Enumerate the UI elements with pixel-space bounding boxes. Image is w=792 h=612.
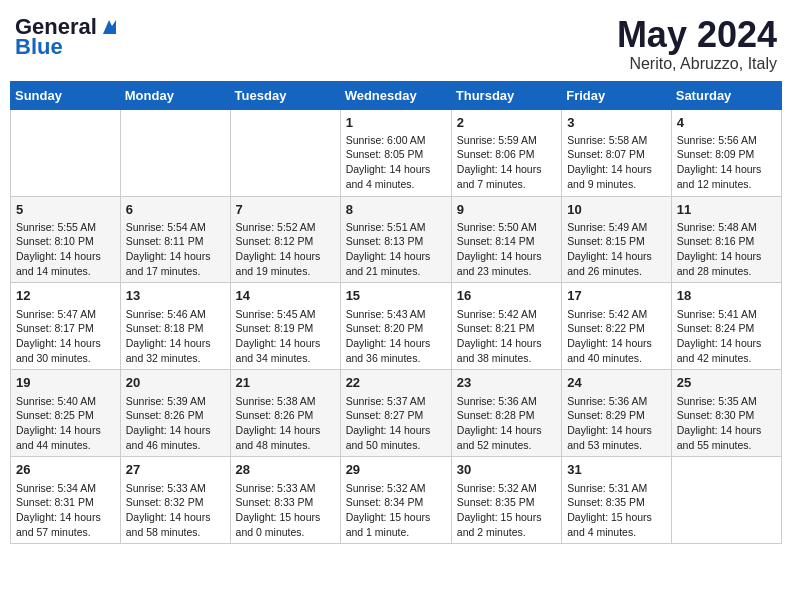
calendar-cell: 1Sunrise: 6:00 AM Sunset: 8:05 PM Daylig… — [340, 109, 451, 196]
day-header-friday: Friday — [562, 81, 672, 109]
svg-marker-0 — [103, 20, 116, 34]
calendar-cell — [120, 109, 230, 196]
calendar-cell: 2Sunrise: 5:59 AM Sunset: 8:06 PM Daylig… — [451, 109, 561, 196]
calendar-cell: 22Sunrise: 5:37 AM Sunset: 8:27 PM Dayli… — [340, 370, 451, 457]
week-row-5: 26Sunrise: 5:34 AM Sunset: 8:31 PM Dayli… — [11, 457, 782, 544]
cell-content: Sunrise: 5:36 AM Sunset: 8:29 PM Dayligh… — [567, 394, 666, 453]
cell-content: Sunrise: 5:47 AM Sunset: 8:17 PM Dayligh… — [16, 307, 115, 366]
days-header-row: SundayMondayTuesdayWednesdayThursdayFrid… — [11, 81, 782, 109]
day-number: 5 — [16, 201, 115, 219]
calendar-cell: 6Sunrise: 5:54 AM Sunset: 8:11 PM Daylig… — [120, 196, 230, 283]
day-header-thursday: Thursday — [451, 81, 561, 109]
cell-content: Sunrise: 5:58 AM Sunset: 8:07 PM Dayligh… — [567, 133, 666, 192]
day-header-sunday: Sunday — [11, 81, 121, 109]
week-row-2: 5Sunrise: 5:55 AM Sunset: 8:10 PM Daylig… — [11, 196, 782, 283]
cell-content: Sunrise: 5:41 AM Sunset: 8:24 PM Dayligh… — [677, 307, 776, 366]
day-number: 15 — [346, 287, 446, 305]
cell-content: Sunrise: 5:55 AM Sunset: 8:10 PM Dayligh… — [16, 220, 115, 279]
calendar-cell: 20Sunrise: 5:39 AM Sunset: 8:26 PM Dayli… — [120, 370, 230, 457]
calendar-cell: 18Sunrise: 5:41 AM Sunset: 8:24 PM Dayli… — [671, 283, 781, 370]
cell-content: Sunrise: 5:56 AM Sunset: 8:09 PM Dayligh… — [677, 133, 776, 192]
calendar-cell: 25Sunrise: 5:35 AM Sunset: 8:30 PM Dayli… — [671, 370, 781, 457]
day-number: 24 — [567, 374, 666, 392]
calendar-cell: 30Sunrise: 5:32 AM Sunset: 8:35 PM Dayli… — [451, 457, 561, 544]
calendar-cell: 17Sunrise: 5:42 AM Sunset: 8:22 PM Dayli… — [562, 283, 672, 370]
cell-content: Sunrise: 5:48 AM Sunset: 8:16 PM Dayligh… — [677, 220, 776, 279]
cell-content: Sunrise: 5:42 AM Sunset: 8:22 PM Dayligh… — [567, 307, 666, 366]
calendar-cell: 28Sunrise: 5:33 AM Sunset: 8:33 PM Dayli… — [230, 457, 340, 544]
day-number: 12 — [16, 287, 115, 305]
day-number: 30 — [457, 461, 556, 479]
cell-content: Sunrise: 5:43 AM Sunset: 8:20 PM Dayligh… — [346, 307, 446, 366]
day-header-wednesday: Wednesday — [340, 81, 451, 109]
calendar-cell: 29Sunrise: 5:32 AM Sunset: 8:34 PM Dayli… — [340, 457, 451, 544]
cell-content: Sunrise: 5:35 AM Sunset: 8:30 PM Dayligh… — [677, 394, 776, 453]
cell-content: Sunrise: 5:33 AM Sunset: 8:33 PM Dayligh… — [236, 481, 335, 540]
day-number: 2 — [457, 114, 556, 132]
calendar-cell: 13Sunrise: 5:46 AM Sunset: 8:18 PM Dayli… — [120, 283, 230, 370]
title-area: May 2024 Nerito, Abruzzo, Italy — [617, 15, 777, 73]
day-number: 6 — [126, 201, 225, 219]
cell-content: Sunrise: 5:33 AM Sunset: 8:32 PM Dayligh… — [126, 481, 225, 540]
cell-content: Sunrise: 5:32 AM Sunset: 8:34 PM Dayligh… — [346, 481, 446, 540]
cell-content: Sunrise: 6:00 AM Sunset: 8:05 PM Dayligh… — [346, 133, 446, 192]
calendar-cell: 12Sunrise: 5:47 AM Sunset: 8:17 PM Dayli… — [11, 283, 121, 370]
calendar-cell: 16Sunrise: 5:42 AM Sunset: 8:21 PM Dayli… — [451, 283, 561, 370]
day-number: 23 — [457, 374, 556, 392]
day-number: 20 — [126, 374, 225, 392]
calendar-cell: 27Sunrise: 5:33 AM Sunset: 8:32 PM Dayli… — [120, 457, 230, 544]
calendar-table: SundayMondayTuesdayWednesdayThursdayFrid… — [10, 81, 782, 545]
calendar-cell: 8Sunrise: 5:51 AM Sunset: 8:13 PM Daylig… — [340, 196, 451, 283]
day-number: 16 — [457, 287, 556, 305]
calendar-cell: 21Sunrise: 5:38 AM Sunset: 8:26 PM Dayli… — [230, 370, 340, 457]
calendar-cell: 5Sunrise: 5:55 AM Sunset: 8:10 PM Daylig… — [11, 196, 121, 283]
day-number: 17 — [567, 287, 666, 305]
cell-content: Sunrise: 5:51 AM Sunset: 8:13 PM Dayligh… — [346, 220, 446, 279]
day-number: 13 — [126, 287, 225, 305]
cell-content: Sunrise: 5:32 AM Sunset: 8:35 PM Dayligh… — [457, 481, 556, 540]
calendar-cell: 4Sunrise: 5:56 AM Sunset: 8:09 PM Daylig… — [671, 109, 781, 196]
page-header: General Blue May 2024 Nerito, Abruzzo, I… — [10, 10, 782, 73]
day-number: 26 — [16, 461, 115, 479]
logo-blue: Blue — [15, 35, 63, 59]
cell-content: Sunrise: 5:31 AM Sunset: 8:35 PM Dayligh… — [567, 481, 666, 540]
cell-content: Sunrise: 5:46 AM Sunset: 8:18 PM Dayligh… — [126, 307, 225, 366]
week-row-4: 19Sunrise: 5:40 AM Sunset: 8:25 PM Dayli… — [11, 370, 782, 457]
day-number: 1 — [346, 114, 446, 132]
cell-content: Sunrise: 5:49 AM Sunset: 8:15 PM Dayligh… — [567, 220, 666, 279]
week-row-1: 1Sunrise: 6:00 AM Sunset: 8:05 PM Daylig… — [11, 109, 782, 196]
calendar-cell: 24Sunrise: 5:36 AM Sunset: 8:29 PM Dayli… — [562, 370, 672, 457]
calendar-cell: 14Sunrise: 5:45 AM Sunset: 8:19 PM Dayli… — [230, 283, 340, 370]
day-number: 11 — [677, 201, 776, 219]
logo-icon — [97, 16, 119, 38]
calendar-cell: 19Sunrise: 5:40 AM Sunset: 8:25 PM Dayli… — [11, 370, 121, 457]
calendar-cell: 11Sunrise: 5:48 AM Sunset: 8:16 PM Dayli… — [671, 196, 781, 283]
day-number: 27 — [126, 461, 225, 479]
day-number: 22 — [346, 374, 446, 392]
calendar-cell — [11, 109, 121, 196]
calendar-cell: 15Sunrise: 5:43 AM Sunset: 8:20 PM Dayli… — [340, 283, 451, 370]
day-number: 9 — [457, 201, 556, 219]
calendar-cell: 9Sunrise: 5:50 AM Sunset: 8:14 PM Daylig… — [451, 196, 561, 283]
day-header-saturday: Saturday — [671, 81, 781, 109]
cell-content: Sunrise: 5:36 AM Sunset: 8:28 PM Dayligh… — [457, 394, 556, 453]
month-title: May 2024 — [617, 15, 777, 55]
day-number: 14 — [236, 287, 335, 305]
cell-content: Sunrise: 5:39 AM Sunset: 8:26 PM Dayligh… — [126, 394, 225, 453]
day-number: 4 — [677, 114, 776, 132]
day-number: 25 — [677, 374, 776, 392]
logo: General Blue — [15, 15, 119, 59]
cell-content: Sunrise: 5:37 AM Sunset: 8:27 PM Dayligh… — [346, 394, 446, 453]
calendar-cell — [671, 457, 781, 544]
location-subtitle: Nerito, Abruzzo, Italy — [617, 55, 777, 73]
calendar-cell — [230, 109, 340, 196]
calendar-cell: 26Sunrise: 5:34 AM Sunset: 8:31 PM Dayli… — [11, 457, 121, 544]
calendar-cell: 10Sunrise: 5:49 AM Sunset: 8:15 PM Dayli… — [562, 196, 672, 283]
day-number: 28 — [236, 461, 335, 479]
cell-content: Sunrise: 5:54 AM Sunset: 8:11 PM Dayligh… — [126, 220, 225, 279]
calendar-cell: 7Sunrise: 5:52 AM Sunset: 8:12 PM Daylig… — [230, 196, 340, 283]
day-number: 10 — [567, 201, 666, 219]
day-number: 18 — [677, 287, 776, 305]
calendar-cell: 23Sunrise: 5:36 AM Sunset: 8:28 PM Dayli… — [451, 370, 561, 457]
day-number: 21 — [236, 374, 335, 392]
